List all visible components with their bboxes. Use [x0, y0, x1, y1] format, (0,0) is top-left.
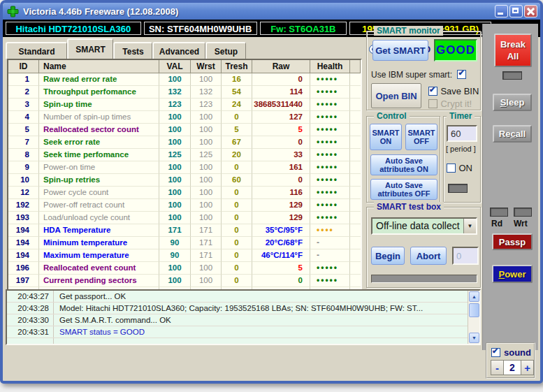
table-row[interactable]: 193Load/unload cycle count1001000129••••… [8, 212, 361, 224]
column-header[interactable]: Tresh [222, 60, 252, 73]
tab-tests[interactable]: Tests [113, 42, 152, 59]
log-scrollbar[interactable]: ▲ ▼ [468, 291, 479, 344]
title-bar[interactable]: Victoria 4.46b Freeware (12.08.2008) [3, 3, 540, 20]
begin-button[interactable]: Begin [371, 247, 405, 265]
ibm-smart-checkbox[interactable] [457, 70, 466, 79]
tab-advanced[interactable]: Advanced [152, 42, 205, 59]
timer-period-input[interactable]: 60 [447, 125, 477, 142]
table-row[interactable]: 3Spin-up time1231232438685311440••••• [8, 99, 361, 111]
scrollbar-thumb[interactable] [469, 303, 479, 317]
cell-health: ••••• [310, 111, 350, 124]
table-row[interactable]: 10Spin-up retries100100600••••• [8, 174, 361, 187]
cell-val: 125 [159, 149, 191, 161]
cell-name: Power-on time [39, 161, 159, 174]
autosave-on-button[interactable]: Auto Save attributes ON [370, 154, 437, 175]
table-row[interactable]: 197Current pending sectors10010000••••• [8, 275, 361, 287]
maximize-button[interactable] [509, 5, 523, 17]
scroll-up-icon[interactable]: ▲ [469, 291, 479, 302]
column-header[interactable]: Wrst [191, 60, 222, 73]
cell-health: ••••• [310, 99, 350, 111]
cell-id: 3 [8, 99, 39, 111]
recall-button[interactable]: Recall [493, 125, 532, 143]
cell-val: 90 [159, 249, 191, 262]
tab-standard[interactable]: Standard [6, 42, 67, 59]
table-row[interactable]: 12Power cycle count1001000116••••• [8, 187, 361, 199]
cell-filler [350, 187, 361, 199]
cell-val: 100 [159, 275, 191, 287]
cell-id: 193 [8, 212, 39, 224]
table-row[interactable]: 9Power-on time1001000161••••• [8, 161, 361, 174]
tab-smart[interactable]: SMART [67, 38, 113, 59]
minimize-button[interactable] [495, 5, 508, 17]
cell-tresh: 24 [222, 99, 252, 111]
log-entry: 20:43:28Model: Hitachi HDT721010SLA360; … [7, 303, 468, 314]
close-button[interactable] [524, 5, 537, 17]
cell-raw: 129 [252, 199, 310, 212]
table-row[interactable]: 194Minimum temperature90171020°C/68°F- [8, 237, 361, 249]
cell-health: ••••• [310, 149, 350, 161]
open-bin-button[interactable]: Open BIN [371, 83, 421, 108]
cell-val: 171 [159, 224, 191, 237]
table-row[interactable]: 7Seek error rate100100670••••• [8, 136, 361, 149]
column-header[interactable]: ID [8, 60, 39, 73]
cell-val: 100 [159, 111, 191, 124]
table-row[interactable]: 1Raw read error rate100100160••••• [8, 73, 361, 86]
cell-name: Raw read error rate [39, 73, 159, 86]
break-all-button[interactable]: Break All [494, 34, 532, 67]
table-row[interactable]: 194Maximum temperature90171046°C/114°F- [8, 249, 361, 262]
cell-health: ••••• [310, 199, 350, 212]
cell-val: 100 [159, 174, 191, 187]
sound-checkbox[interactable] [491, 348, 500, 357]
timer-on-checkbox[interactable] [447, 164, 456, 173]
column-header[interactable]: Health [310, 60, 350, 73]
cell-filler [350, 237, 361, 249]
dropdown-arrow-icon[interactable]: ▼ [463, 219, 476, 233]
table-row[interactable]: 2Throughput perfomance13213254114••••• [8, 86, 361, 99]
test-type-dropdown[interactable]: Off-line data collect ▼ [371, 217, 477, 235]
save-bin-checkbox[interactable] [428, 87, 437, 96]
autosave-off-button[interactable]: Auto Save attributes OFF [370, 179, 437, 200]
smart-on-button[interactable]: SMART ON [370, 124, 402, 150]
passp-button[interactable]: Passp [492, 233, 533, 250]
smart-off-button[interactable]: SMART OFF [405, 124, 437, 150]
cell-id: 8 [8, 149, 39, 161]
scroll-down-icon[interactable]: ▼ [469, 333, 479, 343]
cell-filler [350, 262, 361, 275]
get-smart-button[interactable]: Get SMART [372, 40, 428, 61]
cell-wrst: 100 [191, 73, 222, 86]
table-row[interactable]: 196Reallocated event count10010005••••• [8, 262, 361, 275]
timer-group: Timer 60 [ period ] ON [443, 116, 481, 203]
log-entry: 20:43:27Get passport... OK [7, 291, 468, 303]
power-button[interactable]: Power [492, 265, 533, 283]
column-header[interactable]: Raw [252, 60, 310, 73]
table-row[interactable]: 194HDA Temperature171171035°C/95°F•••• [8, 224, 361, 237]
cell-id: 194 [8, 237, 39, 249]
sound-plus-button[interactable]: + [521, 360, 534, 375]
table-row[interactable]: 5Reallocated sector count10010055••••• [8, 124, 361, 136]
cell-filler [350, 99, 361, 111]
cell-name: Number of spin-up times [39, 111, 159, 124]
column-header[interactable]: VAL [159, 60, 191, 73]
cell-tresh: 0 [222, 249, 252, 262]
cell-health: ••••• [310, 262, 350, 275]
abort-button[interactable]: Abort [410, 247, 447, 265]
smart-attributes-table[interactable]: IDNameVALWrstTreshRawHealth 1Raw read er… [7, 59, 362, 320]
cell-raw: 161 [252, 161, 310, 174]
cell-tresh: 0 [222, 237, 252, 249]
sleep-button[interactable]: Sleep [493, 94, 532, 111]
cell-val: 90 [159, 237, 191, 249]
cell-name: Throughput perfomance [39, 86, 159, 99]
tab-setup[interactable]: Setup [205, 42, 246, 59]
read-led-label: Rd [491, 219, 502, 228]
cell-wrst: 100 [191, 174, 222, 187]
column-header[interactable]: Name [39, 60, 159, 73]
cell-val: 100 [159, 199, 191, 212]
table-row[interactable]: 4Number of spin-up times1001000127••••• [8, 111, 361, 124]
smart-test-title: SMART test box [374, 202, 444, 212]
sound-minus-button[interactable]: - [491, 360, 504, 375]
cell-health: - [310, 237, 350, 249]
table-row[interactable]: 8Seek time perfomance1251252033••••• [8, 149, 361, 161]
table-row[interactable]: 192Power-off retract count1001000129••••… [8, 199, 361, 212]
cell-raw: 129 [252, 212, 310, 224]
sound-label: sound [504, 347, 531, 358]
